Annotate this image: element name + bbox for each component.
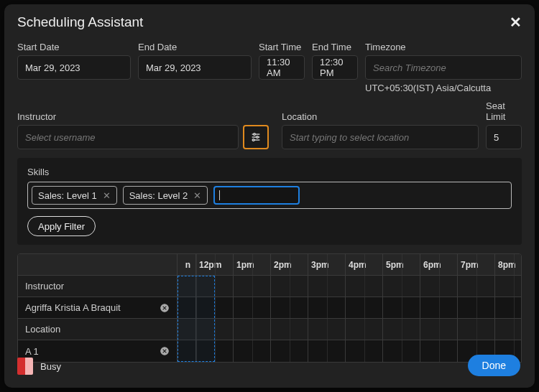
grid-cell[interactable] — [178, 297, 196, 318]
grid-corner — [18, 254, 178, 275]
done-button[interactable]: Done — [468, 355, 520, 376]
grid-hour-header: 4pm — [346, 254, 383, 275]
grid-row: Location — [18, 319, 521, 340]
dialog-title: Scheduling Assistant — [17, 14, 143, 30]
grid-cell[interactable] — [420, 319, 458, 340]
date-time-row: Start Date Mar 29, 2023 End Date Mar 29,… — [17, 42, 522, 93]
grid-cell[interactable] — [495, 319, 522, 340]
end-time-input[interactable]: 12:30 PM — [312, 55, 358, 80]
legend: Busy — [17, 358, 479, 375]
row-clear-icon[interactable] — [160, 346, 170, 356]
svg-point-3 — [257, 136, 259, 139]
grid-cell[interactable] — [234, 276, 271, 297]
timezone-input[interactable]: Search Timezone — [365, 55, 522, 80]
scheduling-assistant-dialog: Scheduling Assistant ✕ Start Date Mar 29… — [4, 4, 535, 388]
grid-cell[interactable] — [495, 297, 522, 318]
grid-hour-header: 6pm — [420, 254, 458, 275]
row-clear-icon[interactable] — [160, 303, 170, 313]
seat-limit-input[interactable]: 5 — [486, 125, 522, 149]
grid-cell[interactable] — [346, 297, 383, 318]
busy-swatch — [17, 358, 33, 375]
grid-cell[interactable] — [420, 297, 458, 318]
grid-cell[interactable] — [346, 276, 383, 297]
grid-cell[interactable] — [271, 319, 308, 340]
location-label: Location — [282, 111, 479, 122]
grid-cell[interactable] — [308, 276, 346, 297]
grid-cell[interactable] — [458, 276, 495, 297]
skills-chips-container[interactable]: Sales: Level 1 ✕ Sales: Level 2 ✕ — [27, 182, 512, 209]
grid-cell[interactable] — [383, 319, 420, 340]
chip-remove-icon[interactable]: ✕ — [193, 190, 201, 201]
sliders-icon — [250, 131, 262, 143]
grid-cell[interactable] — [495, 276, 522, 297]
grid-cell[interactable] — [420, 276, 458, 297]
instructor-location-row: Instructor Select username Location Star… — [17, 101, 522, 149]
end-date-label: End Date — [138, 42, 252, 52]
skill-chip-label: Sales: Level 1 — [38, 190, 97, 201]
skills-label: Skills — [27, 167, 512, 177]
grid-cell[interactable] — [458, 319, 495, 340]
start-date-input[interactable]: Mar 29, 2023 — [17, 55, 131, 80]
grid-cell[interactable] — [383, 297, 420, 318]
svg-point-1 — [254, 134, 256, 136]
location-input[interactable]: Start typing to select location — [282, 125, 479, 149]
apply-filter-button[interactable]: Apply Filter — [27, 216, 96, 236]
grid-row-label: Instructor — [25, 281, 64, 291]
start-time-label: Start Time — [259, 42, 305, 52]
grid-cell[interactable] — [308, 297, 346, 318]
grid-cell[interactable] — [271, 276, 308, 297]
grid-hour-header: 7pm — [458, 254, 495, 275]
end-time-label: End Time — [312, 42, 358, 52]
grid-row: Agriffa Kristia A Braquit — [18, 297, 521, 319]
grid-cell[interactable] — [178, 276, 196, 297]
skill-chip[interactable]: Sales: Level 2 ✕ — [123, 186, 208, 205]
grid-cell[interactable] — [196, 297, 234, 318]
timezone-label: Timezone — [365, 42, 522, 52]
seat-limit-label: Seat Limit — [486, 101, 522, 122]
grid-hour-header: 8pm — [495, 254, 522, 275]
busy-label: Busy — [40, 361, 61, 372]
grid-header-row: n 12pm 1pm 2pm 3pm 4pm 5pm 6pm 7pm 8pm 9… — [18, 254, 521, 276]
start-date-label: Start Date — [17, 42, 131, 52]
instructor-input[interactable]: Select username — [17, 125, 239, 149]
instructor-label: Instructor — [17, 111, 275, 122]
close-icon[interactable]: ✕ — [510, 15, 522, 29]
grid-cell[interactable] — [178, 319, 196, 340]
grid-cell[interactable] — [346, 319, 383, 340]
start-time-input[interactable]: 11:30 AM — [259, 55, 305, 80]
grid-row-label: Agriffa Kristia A Braquit — [25, 302, 121, 313]
grid-cell[interactable] — [271, 297, 308, 318]
grid-hour-header: 5pm — [383, 254, 420, 275]
svg-point-5 — [252, 139, 254, 141]
timezone-note: UTC+05:30(IST) Asia/Calcutta — [365, 83, 522, 93]
skill-chip[interactable]: Sales: Level 1 ✕ — [32, 186, 117, 205]
grid-cell[interactable] — [196, 276, 234, 297]
grid-cell[interactable] — [234, 319, 271, 340]
instructor-filter-button[interactable] — [243, 125, 269, 149]
grid-cell[interactable] — [196, 319, 234, 340]
grid-cell[interactable] — [308, 319, 346, 340]
grid-hour-header: 3pm — [308, 254, 346, 275]
grid-hour-header: 12pm — [196, 254, 234, 275]
skills-panel: Skills Sales: Level 1 ✕ Sales: Level 2 ✕… — [17, 158, 522, 245]
grid-cell[interactable] — [458, 297, 495, 318]
chip-remove-icon[interactable]: ✕ — [103, 190, 111, 201]
end-date-input[interactable]: Mar 29, 2023 — [138, 55, 252, 80]
grid-cell[interactable] — [383, 276, 420, 297]
grid-row-label: Location — [25, 324, 60, 335]
dialog-header: Scheduling Assistant ✕ — [17, 14, 522, 30]
grid-row: Instructor — [18, 276, 521, 297]
grid-row-label: A 1 — [25, 346, 39, 357]
availability-grid: n 12pm 1pm 2pm 3pm 4pm 5pm 6pm 7pm 8pm 9… — [17, 253, 522, 363]
grid-hour-header: 1pm — [234, 254, 271, 275]
text-cursor — [219, 190, 220, 200]
grid-cell[interactable] — [234, 297, 271, 318]
skill-input[interactable] — [213, 186, 300, 205]
grid-hour-header: 2pm — [271, 254, 308, 275]
grid-hour-partial: n — [178, 254, 196, 275]
skill-chip-label: Sales: Level 2 — [129, 190, 188, 201]
